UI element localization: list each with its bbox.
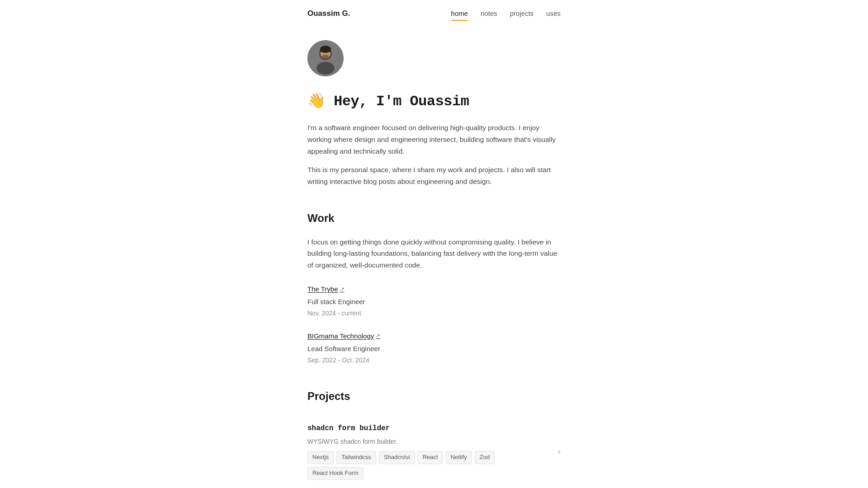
nav-home[interactable]: home xyxy=(451,8,468,19)
company-link-trybe[interactable]: The Trybe ↗ xyxy=(307,284,344,295)
hero-title: 👋 Hey, I'm Ouassim xyxy=(307,90,561,113)
hero-section: 👋 Hey, I'm Ouassim I'm a software engine… xyxy=(307,90,561,187)
work-period-bigmama: Sep. 2022 - Oct. 2024 xyxy=(307,355,561,365)
work-description: I focus on getting things done quickly w… xyxy=(307,236,561,271)
work-item-bigmama: BIGmama Technology ↗ Lead Software Engin… xyxy=(307,330,561,365)
tag-react: React xyxy=(418,451,443,464)
project-name-shadcn: shadcn form builder xyxy=(307,423,551,435)
svg-point-6 xyxy=(322,55,329,58)
project-description-shadcn: WYSIWYG shadcn form builder. xyxy=(307,436,551,446)
header: Ouassim G. home notes projects uses xyxy=(298,7,570,19)
nav-notes[interactable]: notes xyxy=(481,8,497,19)
site-logo[interactable]: Ouassim G. xyxy=(307,7,350,19)
tag-react-hook-form: React Hook Form xyxy=(307,467,363,480)
external-link-icon-trybe: ↗ xyxy=(340,285,344,294)
projects-section-title: Projects xyxy=(307,388,561,405)
work-period-trybe: Nov. 2024 - current xyxy=(307,308,561,318)
work-section-title: Work xyxy=(307,210,561,227)
project-item-shadcn[interactable]: shadcn form builder WYSIWYG shadcn form … xyxy=(307,414,561,488)
project-content-shadcn: shadcn form builder WYSIWYG shadcn form … xyxy=(307,423,551,480)
project-tags-shadcn: Nextjs Tailwindcss Shadcn/ui React Netli… xyxy=(307,451,551,480)
work-role-trybe: Full stack Engineer xyxy=(307,296,561,307)
hero-paragraph-2: This is my personal space, where I share… xyxy=(307,164,561,187)
company-link-bigmama[interactable]: BIGmama Technology ↗ xyxy=(307,331,380,342)
tag-tailwindcss: Tailwindcss xyxy=(336,451,376,464)
svg-rect-5 xyxy=(320,48,331,52)
main-nav: home notes projects uses xyxy=(451,8,561,19)
work-role-bigmama: Lead Software Engineer xyxy=(307,343,561,354)
nav-uses[interactable]: uses xyxy=(546,8,561,19)
nav-projects[interactable]: projects xyxy=(510,8,534,19)
tag-nextjs: Nextjs xyxy=(307,451,334,464)
svg-point-2 xyxy=(316,62,335,75)
work-section: Work I focus on getting things done quic… xyxy=(307,210,561,365)
chevron-right-icon-shadcn: › xyxy=(558,445,561,458)
tag-zod: Zod xyxy=(475,451,495,464)
projects-section: Projects shadcn form builder WYSIWYG sha… xyxy=(307,388,561,488)
tag-shadcn: Shadcn/ui xyxy=(379,451,415,464)
avatar-section xyxy=(307,40,561,76)
work-item-trybe: The Trybe ↗ Full stack Engineer Nov. 202… xyxy=(307,283,561,318)
hero-paragraph-1: I'm a software engineer focused on deliv… xyxy=(307,122,561,157)
external-link-icon-bigmama: ↗ xyxy=(376,332,380,340)
tag-netlify: Netlify xyxy=(446,451,472,464)
avatar xyxy=(307,40,344,76)
